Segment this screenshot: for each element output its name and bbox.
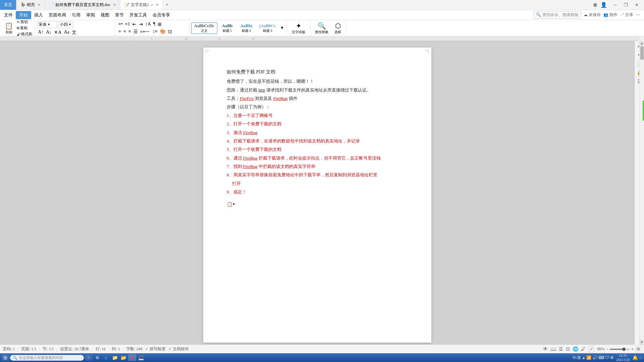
select-button[interactable]: ⬡ 选择 [332,21,343,35]
borders-button[interactable]: ⊡ [167,28,173,35]
terminal-btn[interactable]: 💻 [137,354,145,361]
font-increase[interactable]: A↑ [37,29,45,36]
zoom-slider[interactable] [610,349,630,350]
task-view-btn[interactable]: ⧉ [93,354,101,361]
collaborate-btn[interactable]: 👥 协作 [603,12,618,18]
scroll-thumb[interactable] [640,46,644,60]
sound-icon[interactable]: 🔊 [592,355,597,360]
document-area[interactable]: 如何免费下载 PDF 文档 免费惯了，实在是不想花钱，所以，嗯嗯！！ 思路：通过… [0,41,635,345]
spell-check-btn[interactable]: ✓ 拼写检查 [145,346,166,352]
align-right[interactable]: ≡ [127,28,132,35]
security-icon[interactable]: 🛡 [605,355,609,360]
style-more-arrow[interactable]: ▼ [279,25,285,31]
sort-button[interactable]: ↕A [144,21,152,27]
copy-button[interactable]: ⧉ 复制 [16,25,33,31]
write-view-btn[interactable]: ☰ [559,346,563,352]
read-view-btn[interactable]: 📖 [550,346,556,352]
tab-doc[interactable]: 📄 如何免费下载百度文库文档.doc ✕ [45,0,120,10]
clear-format[interactable]: ✕A [53,29,62,36]
style-h3[interactable]: (AaBbCc 标题 3 [256,22,279,34]
zoom-out-btn[interactable]: − [606,347,608,352]
align-justify[interactable]: ☰ [132,28,139,35]
menu-view[interactable]: 视图 [98,11,112,19]
explorer-btn[interactable]: 📁 [111,354,119,361]
cut-button[interactable]: ✂ 剪切 [16,19,33,25]
paste-indicator[interactable]: 📋 ▸ [227,200,408,208]
font-decrease[interactable]: A↓ [45,29,53,36]
border-button[interactable]: ⊞ [157,21,163,27]
menu-vip[interactable]: 会员专享 [150,11,173,19]
menu-insert[interactable]: 插入 [32,11,46,19]
cortana-btn[interactable]: ○ [85,354,93,361]
doc-tab-close[interactable]: ✕ [113,3,116,7]
font-transform[interactable]: Aa [63,29,70,36]
align-left[interactable]: ≡ [117,28,122,35]
tab-doc2[interactable]: 📝 文字文稿1 ● ✕ [120,0,163,10]
paste-button[interactable]: 📋 粘贴 [3,21,15,35]
find-replace-button[interactable]: 🔍 查找替换 [313,21,330,35]
grid-icon[interactable]: ⊞ [593,2,597,8]
menu-dev[interactable]: 开发工具 [127,11,150,19]
indent-right-button[interactable]: ⇥ [138,21,144,27]
menu-file[interactable]: 文件 [1,11,15,19]
font-size-selector[interactable]: 小四 ▼ [58,21,73,28]
doc2-tab-close[interactable]: ✕ [156,3,159,7]
zoom-resize-btn[interactable]: ⤢ [588,346,594,352]
tray-expand[interactable]: ▲ [582,356,585,360]
zoom-fit-btn[interactable]: ⊞ [635,346,641,352]
menu-page-layout[interactable]: 页面布局 [46,11,69,19]
menu-chapter[interactable]: 章节 [112,11,126,19]
ie-btn[interactable]: ℯ [102,354,110,361]
menu-start[interactable]: 开始 [16,11,31,19]
phonetic[interactable]: 文 [71,29,77,36]
network-icon[interactable]: 📶 [586,355,591,360]
new-tab-button[interactable]: + [163,2,171,7]
close-button[interactable]: ✕ [632,1,641,9]
indent-left-button[interactable]: ⇤ [131,21,138,27]
web-view-btn[interactable]: 🌐 [573,346,578,352]
menu-reference[interactable]: 引用 [69,11,83,19]
minimize-button[interactable]: ─ [610,1,620,9]
system-clock[interactable]: 12:15 2021/3/20 [615,353,631,362]
scroll-down[interactable]: ▼ [640,340,644,345]
keyboard-indicator[interactable]: 中/英 [573,355,581,360]
wps-taskbar-btn[interactable]: W [128,354,136,361]
scrollbar-v[interactable]: ▲ ▼ [639,41,644,345]
user-avatar[interactable]: 👤 [600,2,607,8]
number-list-button[interactable]: ≡1 [124,21,131,27]
notification-icon[interactable]: 🔔 [632,355,638,361]
menu-review[interactable]: 审阅 [84,11,98,19]
start-button[interactable]: ⊞ [1,354,9,361]
style-normal[interactable]: AaBbCcDc 正文 [191,22,217,34]
text-layout-button[interactable]: ✦ 文字排版 [290,21,307,35]
eyecare-btn[interactable]: 🖊 [581,347,586,352]
taskbar-search[interactable]: 🔍 在这里输入你要搜索的内容 [10,355,84,361]
style-h1[interactable]: AaBb 标题 1 [218,22,236,34]
settings-icon[interactable]: ⚙ [610,355,614,360]
font-name-selector[interactable]: 宋体 ▼ [37,21,57,28]
menu-search[interactable]: 🔍 查找命令、搜索模板 [534,11,581,19]
line-spacing[interactable]: ↕≡ [152,28,159,35]
tab-home[interactable]: 首页 [0,0,16,10]
share-btn[interactable]: ↗ 分享 [620,12,633,18]
zoom-in-btn[interactable]: + [631,347,634,352]
files-btn[interactable]: 📂 [119,354,127,361]
tab-wps[interactable]: 🦆 稻壳 ✕ [16,0,45,10]
eye-icon[interactable]: 👁 [543,347,548,352]
doc-check-btn[interactable]: ✓ 文档校对 [168,346,189,352]
bullet-list-button[interactable]: ≡• [117,21,124,27]
more-btn[interactable]: ⋯ [636,12,640,17]
scroll-up[interactable]: ▲ [640,41,644,46]
input-icon[interactable]: ⌨ [598,355,604,360]
shading-button[interactable]: 🎨 [159,28,167,35]
save-status[interactable]: ☁ 未保存 [584,12,601,18]
align-center[interactable]: ≡ [122,28,127,35]
wps-tab-close[interactable]: ✕ [38,3,41,7]
restore-button[interactable]: ❐ [621,1,631,9]
distributed[interactable]: ≡⟵ [139,28,151,35]
zoom-thumb[interactable] [622,348,626,351]
outline-view-btn[interactable]: ⊡ [566,346,570,352]
action-center-icon[interactable]: □ [639,355,643,360]
show-marks-button[interactable]: ¶ [152,21,156,27]
style-h2[interactable]: AaBb( 标题 2 [237,22,256,34]
